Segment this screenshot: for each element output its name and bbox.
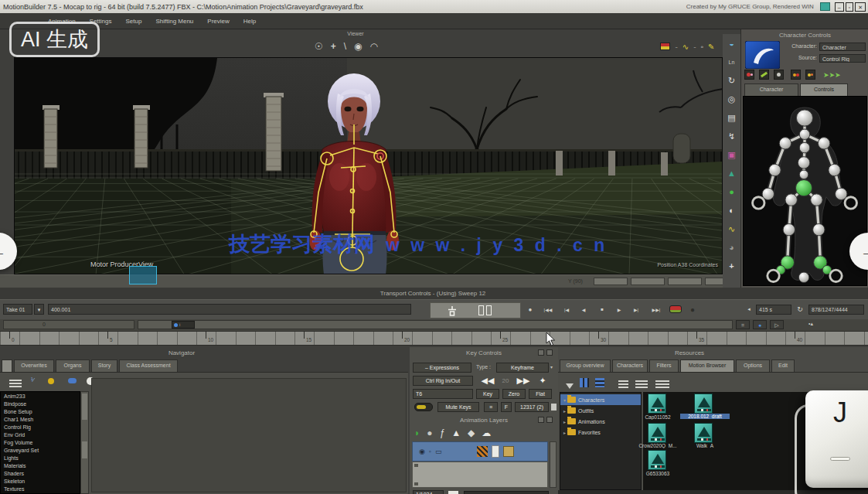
star-icon[interactable]: ✦ — [536, 374, 549, 387]
take-dropdown-arrow[interactable]: ▾ — [34, 304, 44, 315]
folder-row-selected[interactable]: ▾Characters — [560, 394, 641, 405]
green-sphere-icon[interactable]: ● — [723, 182, 740, 201]
loop-toggle-icon[interactable]: ● — [686, 304, 699, 315]
close-button[interactable]: ✕ — [855, 2, 866, 12]
tab-options[interactable]: Options — [736, 359, 770, 372]
marker-icon[interactable]: •▴ — [808, 321, 813, 327]
hamburger-icon[interactable] — [9, 376, 22, 390]
detail-view-icon[interactable] — [635, 377, 648, 391]
status-segment[interactable] — [631, 278, 665, 285]
gold-box-icon[interactable] — [503, 446, 514, 457]
green-half-icon[interactable]: ◗ — [414, 428, 420, 438]
thumbnail-icon[interactable] — [477, 446, 488, 457]
tree-item[interactable]: Control Rig — [1, 424, 80, 432]
filter-count-icon[interactable]: ¹⁄ — [31, 376, 34, 383]
small-field-3[interactable]: 12317 (2) — [515, 402, 549, 412]
tree-item[interactable]: Textures — [1, 486, 80, 494]
snap-toggle[interactable]: = — [736, 320, 750, 329]
joint[interactable] — [836, 188, 847, 199]
type-dropdown-arrow[interactable]: ▾ — [550, 364, 553, 370]
menu-item-help[interactable]: Help — [243, 18, 256, 25]
joint[interactable] — [811, 194, 822, 206]
layers-list[interactable] — [412, 462, 548, 488]
dark-sphere-icon[interactable]: ◕ — [723, 238, 740, 257]
tree-item[interactable]: Shaders — [1, 471, 80, 479]
file-thumbnail[interactable] — [694, 393, 713, 414]
filter-icon[interactable] — [566, 378, 574, 392]
keyframe-icon[interactable] — [660, 43, 670, 50]
layout-b2-icon[interactable] — [486, 305, 492, 315]
sphere-icon[interactable]: ● — [427, 428, 432, 438]
tiny-arrow-icon[interactable]: ◂ — [745, 305, 753, 314]
tab-filters[interactable]: Filters — [649, 359, 679, 372]
joint[interactable] — [798, 272, 808, 282]
tree-item[interactable]: Char1 Mesh — [1, 417, 80, 424]
curve-icon[interactable]: ∿ — [682, 43, 689, 51]
joint[interactable] — [783, 223, 795, 235]
function-icon[interactable]: ƒ — [440, 428, 445, 438]
columns-view-icon[interactable] — [580, 376, 589, 390]
panel-button[interactable] — [538, 349, 544, 356]
yellow-toggle[interactable] — [414, 403, 433, 411]
tree-item[interactable]: Lights — [1, 455, 80, 463]
next-key-button[interactable]: ▶| — [629, 304, 643, 315]
take-value-field[interactable]: 400.001 — [48, 304, 411, 315]
tab-story[interactable]: Story — [91, 359, 117, 372]
joint[interactable] — [762, 188, 774, 199]
play-toggle[interactable]: ▷ — [770, 320, 784, 329]
record-mode-icon[interactable] — [669, 305, 682, 313]
texture-icon[interactable]: ▣ — [723, 145, 740, 164]
tree-item[interactable]: Skeleton — [1, 479, 80, 486]
file-thumbnail[interactable] — [648, 393, 666, 414]
blue-filter-dot[interactable] — [68, 378, 77, 383]
loop-icon[interactable]: ◉ — [419, 448, 425, 455]
file-label[interactable]: G6533063 — [637, 471, 679, 476]
pencil-icon[interactable]: ✎ — [708, 43, 714, 51]
target-icon[interactable]: ◎ — [723, 90, 740, 108]
track-toggle[interactable]: i — [172, 321, 195, 329]
lightning-icon[interactable]: ↯ — [723, 127, 740, 145]
file-label[interactable]: Cap011052 — [635, 414, 680, 420]
tab-organs[interactable]: Organs — [56, 359, 90, 372]
tree-item[interactable]: Anim233 — [1, 393, 80, 401]
menu-item-setup[interactable]: Setup — [125, 18, 141, 25]
file-thumbnail[interactable] — [648, 423, 666, 443]
effector-ring[interactable] — [830, 270, 842, 281]
mute-keys-button[interactable]: Mute Keys — [437, 402, 479, 412]
tiny-icon[interactable] — [551, 404, 557, 411]
prev-key-button[interactable]: |◀ — [560, 304, 574, 315]
file-label-selected[interactable]: 2018.012_draft — [680, 414, 730, 419]
source-field-value[interactable]: Control Rig — [819, 54, 866, 63]
file-thumbnail[interactable] — [694, 423, 713, 443]
rows-view-icon[interactable] — [595, 376, 604, 390]
step-back-button[interactable]: ◀ — [577, 304, 591, 315]
panel-button[interactable] — [538, 417, 544, 423]
tree-item[interactable]: Materials — [1, 463, 80, 471]
layers-scrollbar[interactable] — [550, 441, 557, 488]
next-key-arrows[interactable]: ▶▶ — [513, 374, 533, 387]
joint[interactable] — [799, 170, 808, 179]
tree-item[interactable]: Bone Setup — [1, 409, 80, 417]
tab-controls[interactable]: Controls — [800, 83, 848, 96]
navigator-tree[interactable]: Anim233 Bindpose Bone Setup Char1 Mesh C… — [0, 391, 80, 494]
dot2-icon[interactable]: ◦ — [429, 448, 431, 455]
dot-icon[interactable]: ◦ — [701, 43, 704, 51]
squiggle-icon[interactable]: ∿ — [723, 220, 740, 238]
record-button[interactable]: ● — [523, 304, 538, 315]
file-label[interactable]: Crow2020Q_M... — [632, 443, 683, 448]
layout-b-icon[interactable] — [478, 305, 484, 315]
status-segment[interactable] — [594, 278, 628, 285]
green-arrows-icon[interactable]: ➤➤➤ — [823, 71, 841, 79]
rect-icon[interactable]: ▭ — [435, 448, 442, 455]
joint[interactable] — [796, 110, 812, 126]
select-tool-icon[interactable]: ◉ — [354, 41, 362, 52]
joint[interactable] — [785, 194, 797, 206]
speed-field[interactable]: 415 s — [756, 305, 791, 315]
tab-edit[interactable]: Edit — [771, 359, 795, 372]
character-skeleton-view[interactable] — [743, 96, 867, 286]
effector-ring[interactable] — [753, 197, 764, 209]
file-label[interactable]: Walk_A — [686, 443, 723, 448]
zero-button[interactable]: Zero — [502, 389, 526, 399]
small-field-2[interactable]: F — [501, 402, 512, 412]
effector-ring[interactable] — [768, 270, 779, 281]
